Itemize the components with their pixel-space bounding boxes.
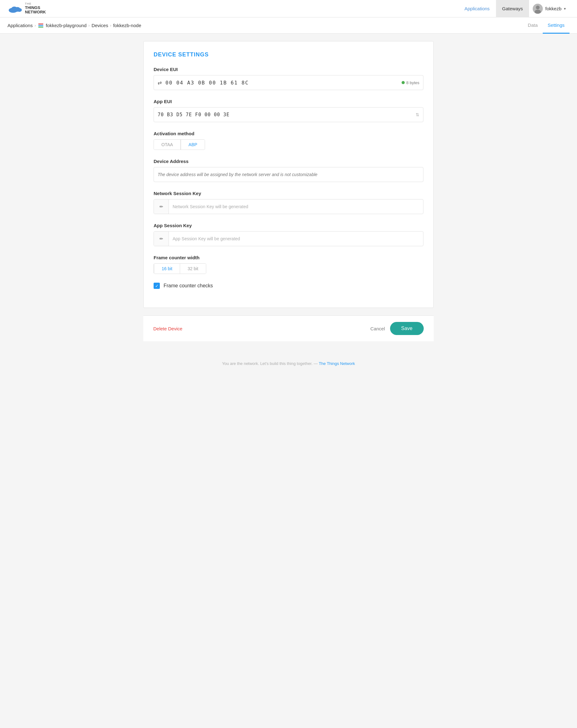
breadcrumb-sep-3: › [110,23,111,28]
nav-applications-link[interactable]: Applications [458,0,496,18]
svg-point-4 [17,8,22,12]
16bit-button[interactable]: 16 bit [154,264,180,274]
checkmark-icon: ✓ [155,284,159,288]
network-session-key-edit-icon[interactable]: ✏ [154,200,169,214]
frame-counter-checks-group: ✓ Frame counter checks [154,283,423,289]
device-eui-value: 00 04 A3 0B 00 1B 61 8C [165,80,401,86]
device-address-label: Device Address [154,159,423,164]
activation-toggle-group: OTAA ABP [154,139,205,150]
device-address-group: Device Address [154,159,423,182]
swap-icon[interactable]: ⇄ [158,80,162,86]
breadcrumb-applications[interactable]: Applications [7,23,33,28]
otaa-button[interactable]: OTAA [154,139,181,150]
frame-counter-width-group: Frame counter width 16 bit 32 bit [154,255,423,274]
chevron-down-icon: ▾ [564,6,566,11]
footer-actions: Delete Device Cancel Save [143,315,434,341]
logo-network: NETWORK [25,10,46,14]
frame-counter-checks-checkbox[interactable]: ✓ [154,283,160,289]
app-session-key-placeholder: App Session Key will be generated [169,232,423,246]
device-eui-label: Device EUI [154,67,423,72]
32bit-button[interactable]: 32 bit [180,264,206,274]
app-eui-value: 70 B3 D5 7E F0 00 00 3E [158,112,416,118]
network-session-key-group: Network Session Key ✏ Network Session Ke… [154,191,423,214]
stack-layer-3 [38,26,43,28]
app-session-key-edit-icon[interactable]: ✏ [154,232,169,246]
device-settings-card: DEVICE SETTINGS Device EUI ⇄ 00 04 A3 0B… [143,41,434,308]
page-footer: You are the network. Let's build this th… [0,349,577,373]
stack-layer-1 [38,23,43,25]
device-address-input[interactable] [154,167,423,182]
navbar-left: THE THINGS NETWORK [7,2,46,14]
app-eui-label: App EUI [154,99,423,104]
eui-bytes-label: 8 bytes [406,80,419,85]
tab-data[interactable]: Data [523,18,543,34]
frame-counter-width-label: Frame counter width [154,255,423,260]
avatar [533,4,543,14]
navbar-right: Applications Gateways fokkezb ▾ [458,0,570,18]
app-eui-group: App EUI 70 B3 D5 7E F0 00 00 3E ⇅ [154,99,423,122]
breadcrumb: Applications › fokkezb-playground › Devi… [7,23,141,28]
breadcrumb-devices[interactable]: Devices [91,23,108,28]
device-eui-group: Device EUI ⇄ 00 04 A3 0B 00 1B 61 8C 8 b… [154,67,423,90]
network-session-key-field: ✏ Network Session Key will be generated [154,199,423,214]
network-session-key-label: Network Session Key [154,191,423,196]
breadcrumb-sep-2: › [88,23,90,28]
user-menu[interactable]: fokkezb ▾ [529,4,570,14]
breadcrumb-app-icon [38,23,44,28]
eui-valid-dot [401,81,405,84]
main-content: DEVICE SETTINGS Device EUI ⇄ 00 04 A3 0B… [136,34,441,349]
breadcrumb-bar: Applications › fokkezb-playground › Devi… [0,18,577,34]
delete-device-button[interactable]: Delete Device [153,326,182,331]
logo-cloud-icon [7,3,22,14]
navbar: THE THINGS NETWORK Applications Gateways… [0,0,577,18]
save-button[interactable]: Save [390,322,424,335]
app-session-key-label: App Session Key [154,223,423,228]
stack-layers-icon [38,23,43,28]
footer-text: You are the network. Let's build this th… [222,361,318,366]
tab-settings[interactable]: Settings [543,18,570,34]
card-title: DEVICE SETTINGS [154,51,423,58]
right-actions: Cancel Save [370,322,424,335]
app-eui-select[interactable]: 70 B3 D5 7E F0 00 00 3E ⇅ [154,107,423,122]
nav-gateways-link[interactable]: Gateways [496,0,529,18]
frame-counter-checks-row: ✓ Frame counter checks [154,283,423,289]
cancel-button[interactable]: Cancel [370,326,385,331]
app-session-key-group: App Session Key ✏ App Session Key will b… [154,223,423,246]
stack-layer-2 [38,25,43,26]
activation-method-label: Activation method [154,131,423,136]
select-arrows-icon: ⇅ [416,112,419,117]
logo-text: THE THINGS NETWORK [25,2,46,14]
network-session-key-placeholder: Network Session Key will be generated [169,200,423,214]
tab-area: Data Settings [523,18,570,34]
ttn-link[interactable]: The Things Network [319,361,355,366]
breadcrumb-device-name[interactable]: fokkezb-node [113,23,141,28]
app-session-key-field: ✏ App Session Key will be generated [154,231,423,246]
activation-method-group: Activation method OTAA ABP [154,131,423,150]
avatar-image [533,4,543,14]
svg-point-6 [536,6,540,9]
device-eui-field[interactable]: ⇄ 00 04 A3 0B 00 1B 61 8C 8 bytes [154,75,423,90]
frame-counter-width-toggle: 16 bit 32 bit [154,263,206,274]
user-name: fokkezb [545,6,561,11]
eui-bytes-badge: 8 bytes [401,80,419,85]
breadcrumb-sep-1: › [34,23,36,28]
breadcrumb-app-name[interactable]: fokkezb-playground [46,23,87,28]
abp-button[interactable]: ABP [181,139,205,150]
frame-counter-checks-label: Frame counter checks [163,283,213,289]
logo-things: THINGS [25,6,46,10]
